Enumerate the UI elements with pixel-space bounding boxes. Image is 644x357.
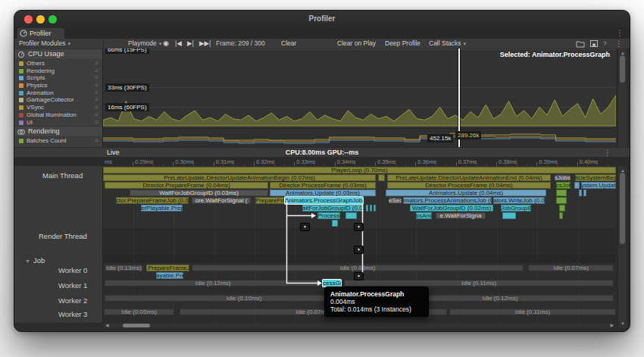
legend-item-garbagecollector[interactable]: GarbageCollector≡ <box>14 96 102 104</box>
profiler-sample-span[interactable]: Director.ProcessFrame (0.04ms) <box>387 182 551 189</box>
profiler-sample-span[interactable] <box>556 189 567 196</box>
clear-button[interactable]: Clear <box>281 39 296 49</box>
profiler-sample-span[interactable] <box>378 174 385 181</box>
profiler-sample-span[interactable]: Animators.Update (0.03ms) <box>270 189 376 196</box>
profiler-sample-span[interactable]: ProcessGraph <box>317 212 340 219</box>
profiler-sample-span[interactable]: ssAnim <box>416 212 432 219</box>
timeline-hscrollbar-thumb[interactable] <box>123 324 150 327</box>
legend-item-animation[interactable]: Animation≡ <box>14 89 102 97</box>
profiler-sample-span[interactable]: ators.WriteJob (0.0 <box>493 197 545 204</box>
profiler-sample-span[interactable] <box>332 220 338 227</box>
flow-indicator-icon[interactable]: ▼ <box>354 272 364 280</box>
titlebar[interactable]: Profiler <box>14 11 630 28</box>
profiler-sample-span[interactable] <box>574 182 580 189</box>
cpu-usage-chart[interactable]: 66ms (15FPS)33ms (30FPS)16ms (60FPS) Sel… <box>103 49 616 147</box>
help-icon[interactable]: ? <box>603 39 606 49</box>
profiler-sample-span[interactable]: PlayerLoop (0.70ms) <box>103 167 616 174</box>
timeline-scrollbar-thumb[interactable] <box>620 173 625 244</box>
legend-item-physics[interactable]: Physics≡ <box>14 82 102 89</box>
legend-item-ui[interactable]: UI≡ <box>14 119 102 127</box>
timeline-hscrollbar[interactable]: ◀ ▶ <box>103 323 616 328</box>
profiler-sample-span[interactable] <box>345 212 357 219</box>
profiler-sample-span[interactable]: PrepareFirstPa <box>255 197 284 204</box>
drag-handle-icon[interactable]: ≡ <box>95 67 98 75</box>
clear-on-play-button[interactable]: Clear on Play <box>337 39 376 49</box>
idle-span[interactable]: Idle (0.07ms) <box>528 265 614 271</box>
flow-indicator-icon[interactable]: ▼ <box>354 223 364 231</box>
drag-handle-icon[interactable]: ≡ <box>95 82 98 89</box>
profiler-sample-span[interactable]: Animators.ProcessGraphJob (0.02ms <box>285 197 363 204</box>
thread-render[interactable]: Render Thread <box>39 232 87 240</box>
profiler-sample-span[interactable]: Animators.Update (0.04ms) <box>386 189 546 196</box>
drag-handle-icon[interactable]: ≡ <box>95 96 98 104</box>
idle-span[interactable]: Idle (0.11ms) <box>449 308 616 315</box>
save-profile-icon[interactable] <box>589 39 599 48</box>
thread-worker-0[interactable]: Worker 0 <box>58 266 87 274</box>
idle-span[interactable]: Idle (0.12ms) <box>105 280 321 287</box>
profiler-sample-span[interactable] <box>583 189 586 196</box>
profiler-sample-span[interactable]: PreLateUpdate.DirectorUpdateAnimationEnd… <box>387 174 551 181</box>
profiler-sample-span[interactable] <box>579 189 582 196</box>
legend-item-others[interactable]: Others≡ <box>14 60 102 67</box>
next-frame-button[interactable]: ▶| <box>187 39 194 49</box>
profiler-sample-span[interactable] <box>370 205 372 211</box>
profiler-sample-span[interactable] <box>502 212 516 219</box>
profiler-sample-span[interactable]: .PrepareFrameJob ( <box>146 265 189 271</box>
profiler-sample-span[interactable]: JobGroupID ( <box>501 205 531 211</box>
idle-span[interactable]: Idle (0.08ms) <box>192 265 524 271</box>
tab-profiler[interactable]: Profiler <box>17 28 64 39</box>
legend-item-batches-count[interactable]: Batches Count≡ <box>14 137 102 145</box>
profiler-sample-span[interactable] <box>366 205 368 211</box>
profiler-sample-span[interactable]: WaitForJobGroupID (0.02ms) <box>410 205 493 211</box>
profiler-sample-span[interactable]: e.WaitForSigna <box>436 212 486 219</box>
profiler-sample-span[interactable] <box>374 205 376 211</box>
profiler-sample-span[interactable]: sJobs <box>555 174 571 181</box>
profiler-modules-dropdown[interactable]: Profiler Modules▾ <box>19 39 70 49</box>
foldout-triangle-icon[interactable]: ▼ <box>25 258 30 264</box>
previous-frame-button[interactable]: |◀ <box>175 39 182 49</box>
profiler-sample-span[interactable]: Director.ProcessFrame (0.03ms) <box>270 182 376 189</box>
flow-indicator-icon[interactable]: ▼ <box>300 223 310 231</box>
drag-handle-icon[interactable]: ≡ <box>95 119 98 127</box>
charts-scrollbar[interactable]: ▲ ▼ <box>617 49 627 157</box>
record-button[interactable]: ◉ <box>163 39 169 49</box>
profiler-sample-span[interactable] <box>556 197 567 204</box>
legend-item-rendering[interactable]: Rendering≡ <box>14 67 102 75</box>
idle-span[interactable]: Idle (0.05ms) <box>104 308 174 315</box>
profiler-sample-span[interactable] <box>559 205 565 211</box>
thread-main[interactable]: Main Thread <box>42 171 83 180</box>
profiler-sample-span[interactable]: cessGra <box>323 280 341 287</box>
profiler-sample-span[interactable]: erPlayable.Prepar <box>141 205 183 211</box>
thread-worker-1[interactable]: Worker 1 <box>58 281 87 290</box>
current-frame-button[interactable]: ▶▶| <box>199 39 211 49</box>
drag-handle-icon[interactable]: ≡ <box>95 111 98 119</box>
legend-item-global-illumination[interactable]: Global Illumination≡ <box>14 111 102 119</box>
profiler-sample-span[interactable]: Director.PrepareFrame (0.04ms) <box>105 182 268 189</box>
drag-handle-icon[interactable]: ≡ <box>95 137 98 145</box>
profiler-sample-span[interactable] <box>559 212 563 219</box>
timeline-scrollbar[interactable]: ▲ ▼ <box>617 166 627 328</box>
profiler-sample-span[interactable]: eSec <box>389 197 402 204</box>
thread-worker-3[interactable]: Worker 3 <box>58 310 87 318</box>
profiler-sample-span[interactable]: ctor.PrepareFrameJob (0.02m <box>116 197 189 204</box>
scroll-left-icon[interactable]: ◀ <box>105 323 109 328</box>
drag-handle-icon[interactable]: ≡ <box>95 60 98 67</box>
thread-worker-2[interactable]: Worker 2 <box>58 296 87 305</box>
profiler-sample-span[interactable]: WaitForJobGroupID (0.03ms) <box>130 189 268 196</box>
deep-profile-button[interactable]: Deep Profile <box>385 39 420 49</box>
profiler-sample-span[interactable]: ystem.Update ( <box>581 182 616 189</box>
profiler-sample-span[interactable]: csJob <box>556 182 571 189</box>
drag-handle-icon[interactable]: ≡ <box>95 104 98 111</box>
legend-item-vsync[interactable]: VSync≡ <box>14 104 102 111</box>
profiler-sample-span[interactable]: imators.ProcessAnimationsJob (0.02m <box>403 197 492 204</box>
idle-span[interactable]: Idle (0.11ms) <box>344 280 614 287</box>
profiler-sample-span[interactable]: ticleSystemBegin <box>575 174 616 181</box>
profiler-sample-span[interactable]: aitForJobGroupID (0.01m <box>302 205 364 211</box>
tab-menu-icon[interactable]: ⋮ <box>616 28 624 39</box>
module-cpu-usage[interactable]: CPU Usage <box>14 49 102 60</box>
scroll-down-icon[interactable]: ▼ <box>618 321 627 326</box>
drag-handle-icon[interactable]: ≡ <box>95 89 98 97</box>
playmode-dropdown[interactable]: Playmode▾ <box>128 39 161 49</box>
toolbar-menu-icon[interactable]: ⋮ <box>615 39 623 49</box>
drag-handle-icon[interactable]: ≡ <box>95 74 98 82</box>
